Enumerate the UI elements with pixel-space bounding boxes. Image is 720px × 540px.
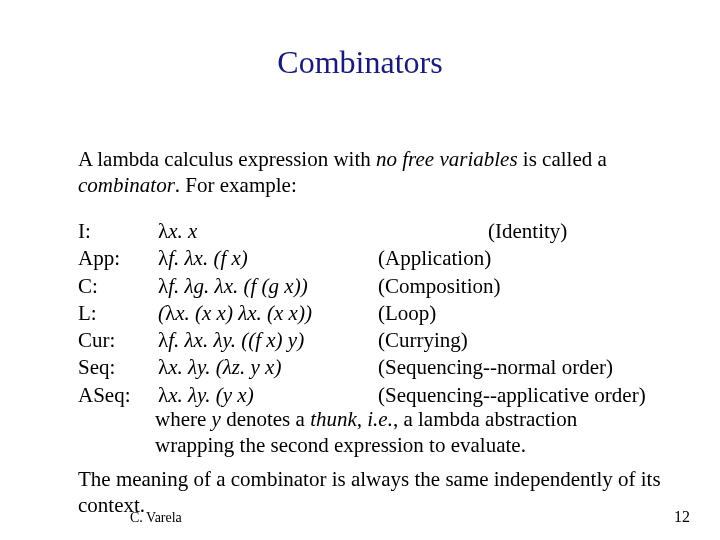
row-expr-body: x. (x x) λx. (x x)) [175,301,312,325]
note-thunk: thunk, i.e. [310,407,393,431]
row-expr: (λx. (x x) λx. (x x)) [158,300,378,327]
note-y: y [212,407,221,431]
row-desc: (Composition) [378,273,658,300]
row-expr: λx. x [158,218,378,245]
intro-text-post: . For example: [175,173,297,197]
row-label: C: [78,273,158,300]
intro-text-pre: A lambda calculus expression with [78,147,376,171]
lambda-icon: λ [165,301,175,325]
row-expr-body: x. λy. (y x) [168,383,253,407]
slide: Combinators A lambda calculus expression… [0,0,720,540]
note-mid1: denotes a [221,407,310,431]
table-row: App: λf. λx. (f x) (Application) [78,245,658,272]
intro-text-mid: is called a [518,147,607,171]
thunk-note: where y denotes a thunk, i.e., a lambda … [155,406,660,459]
row-expr-body: x. λy. (λz. y x) [168,355,281,379]
row-expr: λf. λg. λx. (f (g x)) [158,273,378,300]
row-desc: (Currying) [378,327,658,354]
lambda-icon: λ [158,328,168,352]
table-row: Cur: λf. λx. λy. ((f x) y) (Currying) [78,327,658,354]
row-desc: (Sequencing--normal order) [378,354,658,381]
table-row: L: (λx. (x x) λx. (x x)) (Loop) [78,300,658,327]
row-expr-prefix: ( [158,301,165,325]
note-pre: where [155,407,212,431]
lambda-icon: λ [158,219,168,243]
intro-nfv: no free variables [376,147,518,171]
table-row: I: λx. x (Identity) [78,218,658,245]
table-row: C: λf. λg. λx. (f (g x)) (Composition) [78,273,658,300]
lambda-icon: λ [158,383,168,407]
row-label: Cur: [78,327,158,354]
combinator-table: I: λx. x (Identity) App: λf. λx. (f x) (… [78,218,658,409]
table-row: ASeq: λx. λy. (y x) (Sequencing--applica… [78,382,658,409]
lambda-icon: λ [158,355,168,379]
row-expr-body: f. λx. λy. ((f x) y) [168,328,304,352]
intro-paragraph: A lambda calculus expression with no fre… [78,146,658,199]
row-expr-body: x. x [168,219,197,243]
footer-page-number: 12 [674,508,690,526]
row-expr: λx. λy. (λz. y x) [158,354,378,381]
intro-combinator: combinator [78,173,175,197]
row-label: L: [78,300,158,327]
row-expr-body: f. λg. λx. (f (g x)) [168,274,307,298]
row-label: App: [78,245,158,272]
lambda-icon: λ [158,246,168,270]
row-expr: λf. λx. (f x) [158,245,378,272]
footer-author: C. Varela [130,510,182,526]
row-desc: (Identity) [378,218,658,245]
slide-title: Combinators [0,44,720,81]
row-expr: λx. λy. (y x) [158,382,378,409]
row-expr: λf. λx. λy. ((f x) y) [158,327,378,354]
row-label: Seq: [78,354,158,381]
lambda-icon: λ [158,274,168,298]
row-desc: (Application) [378,245,658,272]
table-row: Seq: λx. λy. (λz. y x) (Sequencing--norm… [78,354,658,381]
row-label: I: [78,218,158,245]
row-expr-body: f. λx. (f x) [168,246,248,270]
row-desc: (Sequencing--applicative order) [378,382,658,409]
row-label: ASeq: [78,382,158,409]
row-desc: (Loop) [378,300,658,327]
